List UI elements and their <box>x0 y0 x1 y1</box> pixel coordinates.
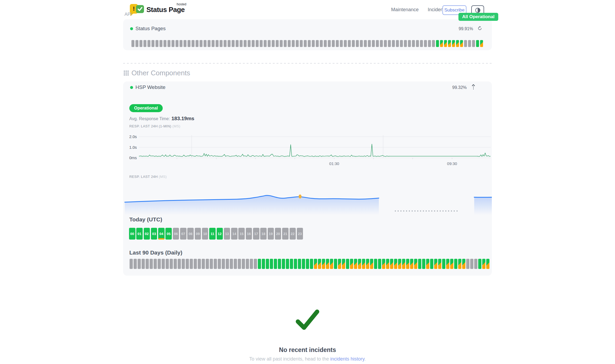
svg-text:0ms: 0ms <box>129 155 137 160</box>
uptime-bar-up <box>310 259 313 269</box>
uptime-bar-nodata <box>472 40 475 47</box>
uptime-bar-nodata <box>180 40 182 47</box>
uptime-bar-degraded <box>448 40 451 47</box>
uptime-bar-degraded <box>342 259 345 269</box>
grid-icon <box>124 71 129 76</box>
main-nav: Maintenance Incidents <box>391 7 447 13</box>
section-title: Other Components <box>131 69 190 77</box>
uptime-bar-nodata <box>296 40 299 47</box>
uptime-bar-nodata <box>190 259 193 269</box>
uptime-bar-nodata <box>268 40 271 47</box>
uptime-bar-nodata <box>284 40 287 47</box>
uptime-bar-nodata <box>320 40 323 47</box>
uptime-bar-up <box>478 259 481 269</box>
uptime-bar-nodata <box>332 40 335 47</box>
uptime-bar-nodata <box>234 259 237 269</box>
uptime-bar-nodata <box>416 40 419 47</box>
uptime-bar-nodata <box>214 259 217 269</box>
uptime-bar-nodata <box>204 40 207 47</box>
uptime-bar-nodata <box>202 259 205 269</box>
hour-box-07: 07 <box>180 228 186 240</box>
uptime-bar-up <box>290 259 293 269</box>
hour-box-22: 22 <box>290 228 296 240</box>
uptime-bar-degraded <box>486 259 489 269</box>
uptime-bar-nodata <box>170 259 173 269</box>
nav-maintenance[interactable]: Maintenance <box>391 7 419 13</box>
refresh-icon[interactable] <box>477 26 482 32</box>
uptime-bar-nodata <box>147 40 150 47</box>
uptime-bar-nodata <box>168 40 170 47</box>
uptime-bar-up <box>476 40 479 47</box>
hour-box-21: 21 <box>282 228 289 240</box>
component-name: HSP Website <box>135 84 165 90</box>
hour-box-02: 02 <box>144 228 150 240</box>
uptime-bar-degraded <box>398 259 401 269</box>
uptime-bar-nodata <box>308 40 311 47</box>
uptime-bar-nodata <box>226 259 229 269</box>
uptime-bar-degraded <box>330 259 333 269</box>
brand-logo: ! Status Page hosted <box>130 3 185 17</box>
uptime-bar-nodata <box>139 40 142 47</box>
uptime-bar-nodata <box>188 40 190 47</box>
uptime-bar-degraded <box>338 259 341 269</box>
uptime-bar-degraded <box>382 259 385 269</box>
uptime-bar-nodata <box>424 40 427 47</box>
uptime-bar-degraded <box>446 259 449 269</box>
uptime-bar-nodata <box>146 259 149 269</box>
operational-badge: Operational <box>129 104 163 112</box>
uptime-bar-degraded <box>318 259 321 269</box>
svg-text:01:30: 01:30 <box>329 161 339 166</box>
uptime-bar-nodata <box>150 259 153 269</box>
uptime-bar-nodata <box>384 40 387 47</box>
uptime-bar-nodata <box>200 40 203 47</box>
uptime-bar-nodata <box>388 40 391 47</box>
uptime-bar-nodata <box>154 259 157 269</box>
dashed-divider <box>123 63 492 64</box>
uptime-percent: 99.32% <box>452 85 467 90</box>
incidents-subtitle: To view all past incidents, head to the … <box>0 356 615 362</box>
uptime-bar-nodata <box>134 259 137 269</box>
hour-box-10: 10 <box>202 228 208 240</box>
uptime-bar-nodata <box>400 40 403 47</box>
brand-name: Status Page hosted <box>146 6 185 14</box>
uptime-bar-nodata <box>248 40 251 47</box>
incidents-history-link[interactable]: incidents history <box>330 356 364 362</box>
hour-box-13: 13 <box>224 228 230 240</box>
degraded-strip <box>158 238 164 240</box>
hour-box-15: 15 <box>238 228 245 240</box>
other-components-header: Other Components <box>124 69 190 77</box>
uptime-bar-degraded <box>444 40 447 47</box>
uptime-bar-nodata <box>256 40 259 47</box>
uptime-bar-degraded <box>362 259 365 269</box>
uptime-bar-nodata <box>432 40 435 47</box>
uptime-bar-nodata <box>428 40 431 47</box>
uptime-bar-nodata <box>364 40 367 47</box>
uptime-bar-nodata <box>242 259 245 269</box>
hour-box-20: 20 <box>275 228 281 240</box>
uptime-bar-up <box>422 259 425 269</box>
uptime-bar-up <box>302 259 305 269</box>
svg-text:09:30: 09:30 <box>447 161 457 166</box>
overall-status-badge: All Operational <box>458 13 498 21</box>
uptime-bar-degraded <box>450 259 453 269</box>
uptime-bar-nodata <box>276 40 279 47</box>
uptime-bar-nodata <box>264 40 267 47</box>
uptime-bar-nodata <box>208 40 211 47</box>
uptime-bar-nodata <box>292 40 295 47</box>
uptime-bar-nodata <box>184 40 186 47</box>
uptime-bar-degraded <box>456 40 459 47</box>
uptime-bar-degraded <box>394 259 397 269</box>
hour-box-19: 19 <box>268 228 274 240</box>
uptime-bar-nodata <box>376 40 379 47</box>
uptime-bar-nodata <box>174 259 177 269</box>
uptime-bar-nodata <box>172 40 174 47</box>
uptime-bar-degraded <box>480 40 483 47</box>
hour-box-04: 04 <box>158 228 165 240</box>
hour-box-00: 00 <box>129 228 135 240</box>
uptime-bar-degraded <box>434 259 437 269</box>
uptime-bar-nodata <box>288 40 291 47</box>
uptime-bar-degraded <box>406 259 409 269</box>
hour-box-11: 11 <box>209 228 216 240</box>
uptime-bar-degraded <box>322 259 325 269</box>
uptime-bar-nodata <box>143 40 146 47</box>
